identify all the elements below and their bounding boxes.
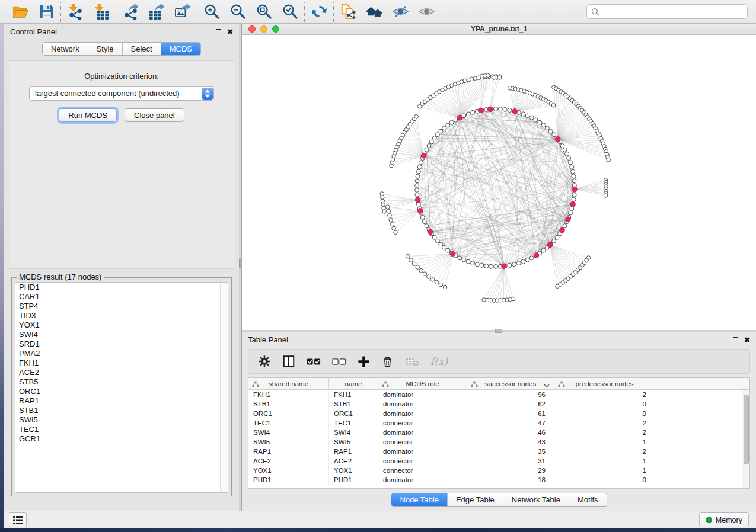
vertical-splitter[interactable]	[239, 24, 241, 511]
criterion-value: largest connected component (undirected)	[35, 89, 180, 98]
table-row[interactable]: SWI5SWI5connector431	[248, 437, 742, 447]
column-header-successor-nodes[interactable]: successor nodes	[467, 378, 554, 390]
cell-predecessor-nodes: 1	[554, 466, 655, 475]
mcds-result-item[interactable]: ORC1	[15, 387, 228, 396]
float-panel-icon[interactable]	[216, 29, 221, 34]
tab-select[interactable]: Select	[123, 43, 161, 55]
open-file-icon[interactable]	[11, 3, 29, 21]
splitter-grip[interactable]	[239, 259, 241, 268]
table-tabs: Node TableEdge TableNetwork TableMotifs	[242, 493, 756, 507]
mcds-result-item[interactable]: GCR1	[15, 434, 228, 444]
mcds-result-item[interactable]: STB1	[15, 406, 228, 415]
cell-predecessor-nodes: 1	[554, 456, 655, 466]
run-mcds-button[interactable]: Run MCDS	[59, 108, 117, 122]
zoom-fit-icon[interactable]	[255, 3, 273, 21]
column-label: MCDS role	[406, 380, 439, 387]
mcds-result-list[interactable]: PHD1CAR1STP4TID3YOX1SWI4SRD1PMA2FKH1ACE2…	[15, 282, 228, 493]
splitter-grip[interactable]	[495, 329, 502, 333]
import-network-icon[interactable]	[66, 3, 84, 21]
tab-node-table[interactable]: Node Table	[391, 493, 448, 506]
memory-button[interactable]: Memory	[699, 512, 749, 527]
mcds-result-item[interactable]: PMA2	[15, 349, 228, 358]
mcds-result-item[interactable]: PHD1	[15, 283, 228, 292]
delete-icon[interactable]	[381, 354, 394, 369]
tab-mcds[interactable]: MCDS	[161, 43, 200, 55]
cell-shared-name: YOX1	[248, 466, 329, 475]
show-all-icon[interactable]	[417, 3, 435, 21]
tab-motifs[interactable]: Motifs	[569, 493, 607, 506]
mcds-result-item[interactable]: SWI4	[15, 330, 228, 339]
export-network-icon[interactable]	[122, 3, 139, 21]
tab-network-table[interactable]: Network Table	[503, 493, 569, 506]
deselect-all-icon[interactable]	[332, 354, 346, 369]
mcds-result-item[interactable]: YOX1	[15, 321, 228, 330]
select-all-icon[interactable]	[307, 354, 321, 369]
table-row[interactable]: TEC1TEC1connector472	[248, 418, 742, 428]
add-icon[interactable]	[358, 354, 370, 369]
hide-selected-icon[interactable]	[391, 3, 409, 21]
mcds-result-item[interactable]: ACE2	[15, 368, 228, 377]
table-row[interactable]: SWI4SWI4dominator462	[248, 428, 742, 437]
network-titlebar[interactable]: YPA_prune.txt_1	[242, 24, 756, 35]
network-canvas[interactable]	[242, 35, 756, 330]
mcds-result-item[interactable]: SRD1	[15, 339, 228, 349]
cell-shared-name: TEC1	[248, 418, 329, 428]
column-header-name[interactable]: name	[329, 378, 378, 390]
status-bar: Memory	[4, 511, 756, 528]
node-table: shared namenameMCDS rolesuccessor nodesp…	[248, 377, 750, 489]
mcds-result-item[interactable]: CAR1	[15, 292, 228, 302]
table-row[interactable]: ACE2ACE2connector311	[248, 456, 742, 466]
table-row[interactable]: PHD1PHD1dominator180	[248, 475, 742, 485]
float-panel-icon[interactable]	[733, 337, 738, 342]
close-panel-button[interactable]: Close panel	[125, 108, 184, 122]
zoom-selected-icon[interactable]	[281, 3, 299, 21]
mcds-result-item[interactable]: TID3	[15, 311, 228, 321]
criterion-select[interactable]: largest connected component (undirected)	[29, 86, 214, 101]
table-row[interactable]: YOX1YOX1connector291	[248, 466, 742, 475]
save-icon[interactable]	[37, 3, 55, 21]
table-row[interactable]: FKH1FKH1dominator962	[248, 390, 742, 399]
sort-desc-icon[interactable]	[544, 382, 550, 389]
tab-network[interactable]: Network	[43, 43, 88, 55]
mcds-result-item[interactable]: SWI5	[15, 415, 228, 425]
close-panel-icon[interactable]: ✖	[227, 28, 233, 36]
column-header-shared-name[interactable]: shared name	[248, 378, 329, 390]
mcds-list-scrollbar[interactable]	[220, 283, 228, 492]
table-row[interactable]: RAP1RAP1dominator352	[248, 447, 742, 456]
refresh-icon[interactable]	[310, 3, 328, 21]
mcds-result-item[interactable]: TEC1	[15, 425, 228, 434]
search-box[interactable]	[586, 4, 748, 19]
column-header-MCDS-role[interactable]: MCDS role	[378, 378, 467, 390]
export-image-icon[interactable]	[174, 3, 192, 21]
export-table-icon[interactable]	[148, 3, 165, 21]
cell-predecessor-nodes: 2	[554, 390, 655, 399]
close-panel-icon[interactable]: ✖	[744, 336, 750, 344]
horizontal-splitter[interactable]	[242, 330, 756, 332]
cell-predecessor-nodes: 1	[554, 437, 655, 447]
attribute-type-icon	[558, 381, 565, 389]
tab-style[interactable]: Style	[88, 43, 123, 55]
task-history-button[interactable]	[9, 512, 27, 527]
column-icon[interactable]	[282, 354, 295, 369]
delete-table-icon[interactable]	[405, 354, 419, 369]
mcds-result-item[interactable]: RAP1	[15, 396, 228, 406]
table-row[interactable]: ORC1ORC1dominator610	[248, 409, 742, 418]
zoom-in-icon[interactable]	[203, 3, 221, 21]
network-graph[interactable]	[242, 35, 755, 328]
table-row[interactable]: STB1STB1dominator620	[248, 399, 742, 409]
mcds-result-item[interactable]: FKH1	[15, 358, 228, 368]
mcds-result-item[interactable]: STB5	[15, 377, 228, 387]
new-network-from-selection-icon[interactable]	[339, 3, 357, 21]
tab-edge-table[interactable]: Edge Table	[448, 493, 503, 506]
import-table-icon[interactable]	[92, 3, 110, 21]
first-neighbors-icon[interactable]	[365, 3, 383, 21]
table-scrollbar[interactable]	[742, 390, 749, 488]
gear-icon[interactable]	[258, 354, 271, 369]
function-icon[interactable]: f(x)	[430, 354, 448, 369]
search-input[interactable]	[599, 8, 743, 16]
zoom-out-icon[interactable]	[229, 3, 247, 21]
mcds-result-item[interactable]: STP4	[15, 302, 228, 311]
column-header-predecessor-nodes[interactable]: predecessor nodes	[554, 378, 655, 390]
table-body: FKH1FKH1dominator962STB1STB1dominator620…	[248, 390, 742, 488]
scrollbar-thumb[interactable]	[744, 395, 749, 464]
